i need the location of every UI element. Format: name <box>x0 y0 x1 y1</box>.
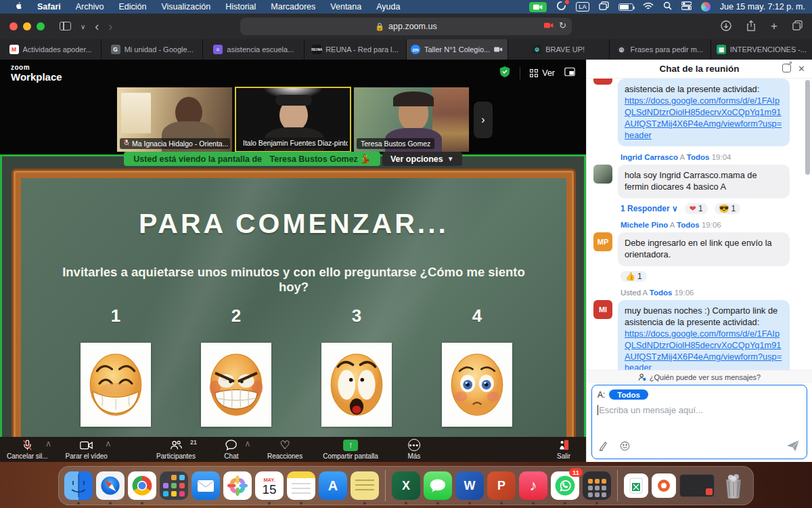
replies-toggle[interactable]: 1 Responder ∨ <box>621 204 678 213</box>
reaction-cool[interactable]: 😎1 <box>715 203 741 214</box>
menu-marcadores[interactable]: Marcadores <box>264 2 322 12</box>
recording-status-icon[interactable] <box>556 1 566 13</box>
tab-actividades[interactable]: MActividades apoder... <box>0 39 102 60</box>
form-link[interactable]: https://docs.google.com/forms/d/e/1FAIpQ… <box>625 96 782 140</box>
menu-edicion[interactable]: Edición <box>112 2 153 12</box>
menubar-app-name[interactable]: Safari <box>30 2 68 12</box>
audience-selector[interactable]: Todos <box>609 389 648 400</box>
dock-excel-icon[interactable]: X <box>392 471 420 500</box>
menu-ventana[interactable]: Ventana <box>323 2 368 12</box>
reactions-button[interactable]: ♡ Reacciones <box>267 440 302 460</box>
dock-calculator-icon[interactable] <box>583 471 611 500</box>
new-tab-icon[interactable]: + <box>771 20 777 33</box>
menu-visualizacion[interactable]: Visualización <box>154 2 217 12</box>
dock-photos-icon[interactable] <box>223 471 252 500</box>
dock-music-icon[interactable]: ♪ <box>519 471 547 500</box>
wifi-icon[interactable] <box>643 2 654 12</box>
leave-meeting-button[interactable]: Salir <box>548 440 579 460</box>
menu-ayuda[interactable]: Ayuda <box>369 2 407 12</box>
video-tile-3[interactable]: Teresa Bustos Gomez <box>353 87 470 152</box>
tab-overview-icon[interactable] <box>792 20 803 33</box>
tab-camera-in-use-icon[interactable] <box>544 21 554 30</box>
video-options-caret[interactable]: ᐱ <box>106 441 110 448</box>
dock-excel-file-icon[interactable] <box>624 471 648 500</box>
sidebar-chevron-icon[interactable]: ∨ <box>81 23 85 30</box>
next-participants-button[interactable]: › <box>474 102 493 138</box>
more-button[interactable]: ••• Más <box>399 440 430 460</box>
mission-control-icon[interactable] <box>599 1 609 12</box>
chat-button[interactable]: ᐱ Chat <box>216 440 247 460</box>
dock-calendar-icon[interactable]: MAY. 15 <box>255 471 284 500</box>
dock-word-icon[interactable]: W <box>455 471 484 500</box>
dock-chrome-icon[interactable] <box>128 471 156 500</box>
dock-whatsapp-icon[interactable]: 11 <box>551 471 579 500</box>
popout-chat-icon[interactable] <box>782 64 791 72</box>
chat-options-caret[interactable]: ᐱ <box>246 441 250 448</box>
dock-finder-icon[interactable] <box>64 471 93 500</box>
tab-asistencia[interactable]: ≡asistencia escuela... <box>203 39 304 60</box>
close-window-button[interactable] <box>9 22 18 30</box>
share-icon[interactable] <box>746 20 756 33</box>
dock-launchpad-icon[interactable] <box>160 471 188 500</box>
view-layout-button[interactable]: Ver <box>530 68 555 78</box>
minimize-window-button[interactable] <box>23 22 31 30</box>
reaction-heart[interactable]: ❤1 <box>685 203 708 214</box>
url-bar[interactable]: 🔒 app.zoom.us ↻ <box>240 18 572 35</box>
video-tile-2[interactable]: Italo Benjamin Fuentes Diaz-pinto <box>235 87 351 152</box>
video-tile-1[interactable]: Ma Ignacia Hidalgo - Orienta... <box>116 87 233 152</box>
form-link[interactable]: https://docs.google.com/forms/d/e/1FAIpQ… <box>625 329 782 370</box>
battery-icon[interactable] <box>618 3 633 11</box>
dock-notes-icon[interactable] <box>287 471 315 500</box>
forward-button[interactable]: › <box>108 20 112 34</box>
spotlight-search-icon[interactable] <box>663 1 672 12</box>
dock-messages-icon[interactable] <box>424 471 452 500</box>
menu-archivo[interactable]: Archivo <box>69 2 111 12</box>
screen-share-camera-icon[interactable] <box>529 2 547 12</box>
compose-box[interactable]: A: Todos Escriba un mensaje aquí... <box>591 385 807 459</box>
control-center-icon[interactable] <box>681 1 692 12</box>
dock-mail-icon[interactable] <box>191 471 220 500</box>
chat-header: Chat de la reunión ✕ <box>587 60 812 79</box>
tab-reuna[interactable]: REUNAREUNA - Red para l... <box>304 39 406 60</box>
dock-document-file-icon[interactable] <box>652 471 676 500</box>
option-number: 1 <box>111 305 120 326</box>
tab-mi-unidad[interactable]: GMi unidad - Google... <box>102 39 203 60</box>
dock-trash-icon[interactable] <box>719 471 748 500</box>
participants-button[interactable]: 21 Participantes <box>156 440 196 460</box>
unmute-button[interactable]: ᐱ Cancelar sil... <box>7 440 48 460</box>
siri-icon[interactable] <box>701 2 710 12</box>
dock-powerpoint-icon[interactable]: P <box>487 471 516 500</box>
chat-scrollbar[interactable] <box>805 80 810 175</box>
stop-video-button[interactable]: ᐱ Parar el vídeo <box>66 440 108 460</box>
reaction-thumbsup[interactable]: 👍1 <box>621 271 647 282</box>
dock-minimized-window[interactable] <box>679 471 716 500</box>
tab-frases[interactable]: ◎Frases para pedir m... <box>610 39 711 60</box>
view-options-button[interactable]: Ver opciones▼ <box>382 152 462 166</box>
zoom-window-button[interactable] <box>37 22 45 30</box>
tab-brave-up[interactable]: ⊜BRAVE UP! <box>508 39 610 60</box>
sidebar-toggle-icon[interactable] <box>60 21 71 33</box>
pip-icon[interactable] <box>564 67 575 79</box>
tab-taller-zoom-active[interactable]: zm Taller N°1 Colegio... <box>407 39 508 60</box>
dock-stickies-icon[interactable] <box>351 471 379 500</box>
back-button[interactable]: ‹ <box>95 20 99 34</box>
share-banner: Usted está viendo la pantalla de Teresa … <box>0 152 586 166</box>
menu-historial[interactable]: Historial <box>219 2 263 12</box>
menubar-clock[interactable]: Jue 15 may. 7:12 p. m. <box>720 2 805 12</box>
dock-appstore-icon[interactable]: A <box>319 471 347 500</box>
downloads-icon[interactable] <box>721 20 731 33</box>
security-shield-icon[interactable] <box>499 66 510 81</box>
tab-intervenciones[interactable]: ▦INTERVENCIONES -... <box>711 39 812 60</box>
mic-options-caret[interactable]: ᐱ <box>46 441 50 448</box>
chat-messages[interactable]: asistencia de la presente actividad: htt… <box>587 79 812 370</box>
apple-menu-icon[interactable] <box>7 1 29 13</box>
reload-icon[interactable]: ↻ <box>559 20 566 30</box>
format-text-icon[interactable] <box>599 441 609 453</box>
emoji-icon[interactable] <box>620 441 630 453</box>
input-source-badge[interactable]: LA <box>576 2 589 12</box>
send-message-button[interactable] <box>786 440 800 454</box>
share-screen-button[interactable]: ↑ Compartir pantalla <box>323 440 378 460</box>
dock-safari-icon[interactable] <box>96 471 125 500</box>
message-input[interactable]: Escriba un mensaje aquí... <box>597 405 801 415</box>
close-chat-icon[interactable]: ✕ <box>798 64 805 74</box>
